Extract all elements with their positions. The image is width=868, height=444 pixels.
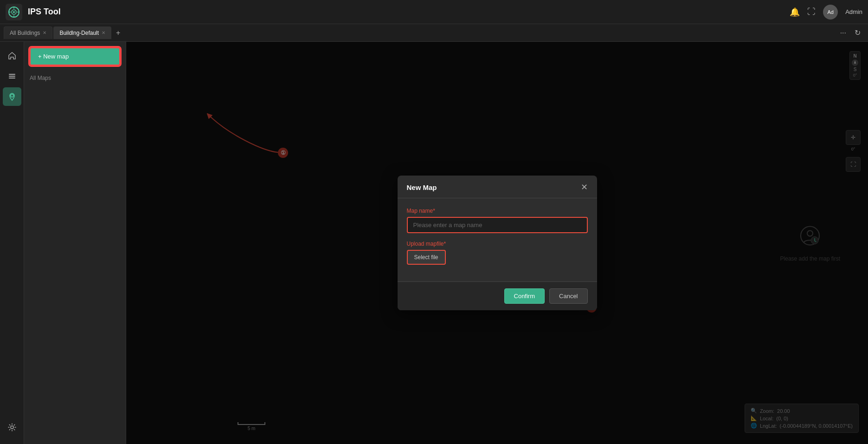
svg-point-11 — [11, 426, 13, 429]
map-name-group: Map name* — [407, 208, 588, 233]
app-title: IPS Tool — [28, 7, 61, 17]
select-file-button[interactable]: Select file — [407, 250, 446, 265]
tab-all-buildings[interactable]: All Buildings ✕ — [4, 26, 52, 39]
sidebar-icons — [0, 42, 24, 444]
tab-all-buildings-close[interactable]: ✕ — [43, 31, 46, 35]
sidebar-item-list[interactable] — [3, 67, 21, 85]
user-avatar[interactable]: Ad — [823, 5, 838, 20]
tab-refresh-button[interactable]: ↻ — [851, 26, 864, 39]
fullscreen-icon[interactable]: ⛶ — [807, 7, 816, 17]
app-logo — [6, 4, 22, 20]
svg-rect-7 — [9, 74, 15, 75]
map-name-label: Map name* — [407, 208, 588, 214]
map-name-required: * — [433, 208, 435, 214]
tab-building-default[interactable]: Buildlng-Default ✕ — [53, 26, 111, 39]
map-area[interactable]: N S 0° ✛ 0° ⛶ — [126, 42, 868, 444]
tabbar: All Buildings ✕ Buildlng-Default ✕ + ···… — [0, 24, 868, 42]
map-name-input[interactable] — [407, 217, 588, 233]
svg-rect-9 — [9, 78, 15, 78]
dialog-body: Map name* Upload mapfile* Select file — [398, 198, 597, 281]
confirm-button[interactable]: Confirm — [504, 288, 545, 304]
tab-add-button[interactable]: + — [112, 27, 124, 39]
header: IPS Tool 🔔 ⛶ Ad Admin — [0, 0, 868, 24]
svg-point-2 — [13, 11, 15, 13]
dialog-overlay: New Map ✕ Map name* Upload mapfile* — [126, 42, 868, 444]
svg-point-10 — [11, 94, 13, 97]
dialog-title: New Map — [407, 183, 437, 191]
header-right: 🔔 ⛶ Ad Admin — [790, 5, 862, 20]
new-map-dialog: New Map ✕ Map name* Upload mapfile* — [398, 176, 597, 310]
all-maps-label: All Maps — [24, 71, 126, 85]
sidebar-item-settings[interactable] — [3, 418, 21, 437]
left-panel: + New map All Maps — [24, 42, 126, 444]
new-map-button[interactable]: + New map — [30, 47, 120, 65]
main-layout: + New map All Maps N S 0° ✛ 0° — [0, 42, 868, 444]
upload-label: Upload mapfile* — [407, 241, 588, 247]
dialog-close-button[interactable]: ✕ — [581, 183, 588, 191]
admin-label: Admin — [845, 8, 862, 15]
bell-icon[interactable]: 🔔 — [790, 7, 800, 17]
tab-building-default-label: Buildlng-Default — [59, 30, 99, 36]
upload-mapfile-group: Upload mapfile* Select file — [407, 241, 588, 265]
sidebar-item-home[interactable] — [3, 46, 21, 65]
tab-building-default-close[interactable]: ✕ — [102, 31, 105, 35]
tab-all-buildings-label: All Buildings — [10, 30, 40, 36]
sidebar-item-location[interactable] — [3, 87, 21, 106]
dialog-footer: Confirm Cancel — [398, 281, 597, 310]
dialog-header: New Map ✕ — [398, 176, 597, 198]
cancel-button[interactable]: Cancel — [549, 288, 587, 304]
svg-rect-8 — [9, 76, 15, 77]
tab-more-button[interactable]: ··· — [836, 27, 850, 39]
